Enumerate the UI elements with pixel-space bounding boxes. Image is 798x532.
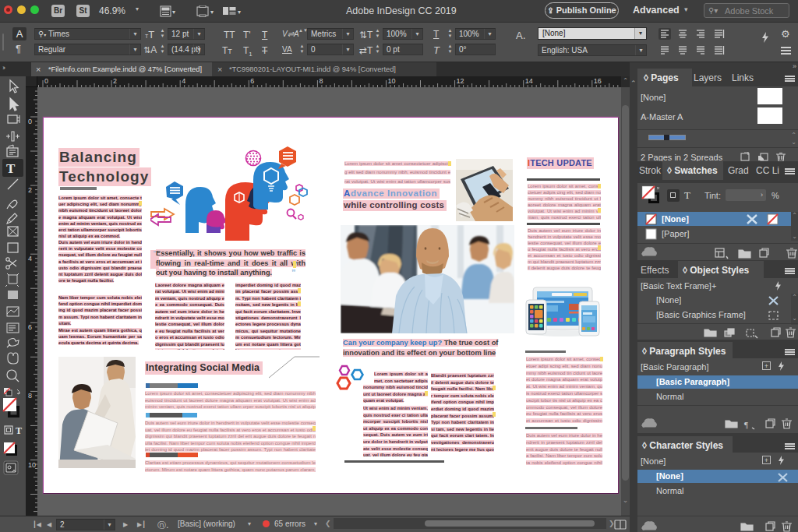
svg-text:0: 0	[44, 77, 48, 85]
svg-text:6: 6	[28, 323, 32, 331]
svg-text:6: 6	[250, 77, 254, 85]
svg-text:12: 12	[457, 77, 464, 85]
svg-text:10: 10	[388, 77, 396, 85]
svg-text:¶: ¶	[744, 420, 748, 429]
svg-text:10: 10	[28, 461, 36, 469]
svg-text:T: T	[6, 161, 16, 176]
svg-text:2: 2	[28, 186, 32, 194]
svg-text:0: 0	[28, 118, 32, 125]
svg-text:4: 4	[182, 77, 185, 85]
svg-text:8: 8	[319, 77, 323, 85]
svg-text:14: 14	[525, 77, 533, 85]
svg-text:16: 16	[594, 77, 602, 85]
svg-text:4: 4	[28, 255, 32, 262]
svg-text:▾: ▾	[172, 9, 175, 16]
svg-text:T: T	[16, 425, 22, 436]
svg-text:2: 2	[113, 77, 117, 85]
svg-text:▾: ▾	[238, 9, 241, 16]
svg-text:8: 8	[28, 392, 32, 400]
svg-text:▾: ▾	[210, 9, 214, 16]
